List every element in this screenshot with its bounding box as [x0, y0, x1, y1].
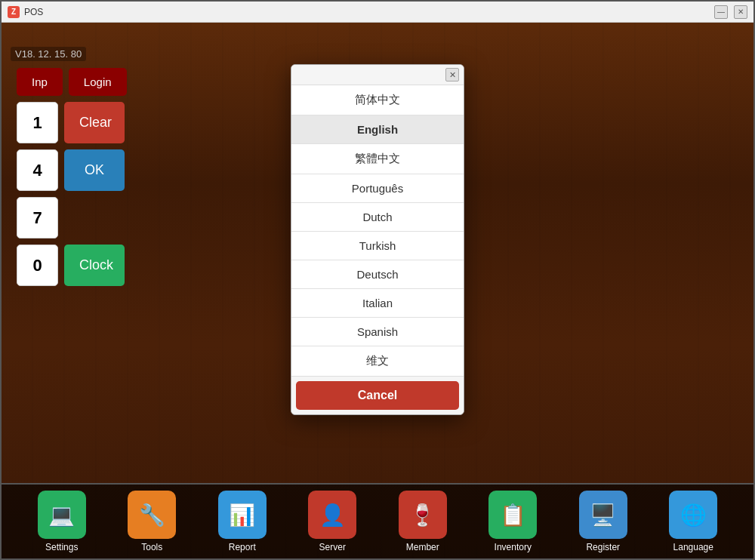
lang-deutsch[interactable]: Deutsch	[291, 260, 464, 289]
modal-overlay: ✕ 简体中文 English 繁體中文 Português Dutch Turk…	[2, 23, 753, 558]
lang-english[interactable]: English	[291, 115, 464, 144]
title-bar-left: Z POS	[8, 6, 43, 18]
close-button[interactable]: ✕	[734, 5, 747, 19]
language-list: 简体中文 English 繁體中文 Português Dutch Turkis…	[291, 85, 464, 376]
title-bar-controls: — ✕	[714, 5, 747, 19]
lang-spanish[interactable]: Spanish	[291, 318, 464, 346]
main-area: V18. 12. 15. 80 Inp Login 1 Clear 4 OK 7…	[2, 23, 753, 558]
app-icon: Z	[8, 6, 20, 18]
language-modal: ✕ 简体中文 English 繁體中文 Português Dutch Turk…	[291, 64, 464, 415]
window-title: POS	[24, 7, 43, 17]
cancel-button[interactable]: Cancel	[296, 381, 459, 410]
lang-traditional-chinese[interactable]: 繁體中文	[291, 144, 464, 174]
lang-italian[interactable]: Italian	[291, 289, 464, 318]
minimize-button[interactable]: —	[714, 5, 728, 19]
cancel-row: Cancel	[291, 376, 464, 414]
lang-portuguese[interactable]: Português	[291, 174, 464, 203]
lang-uyghur[interactable]: 维文	[291, 346, 464, 376]
lang-dutch[interactable]: Dutch	[291, 203, 464, 232]
lang-simplified-chinese[interactable]: 简体中文	[291, 85, 464, 115]
title-bar: Z POS — ✕	[2, 2, 753, 23]
modal-close-button[interactable]: ✕	[445, 68, 459, 82]
modal-close-bar: ✕	[291, 65, 464, 85]
window-chrome: Z POS — ✕ V18. 12. 15. 80 Inp Login 1 Cl…	[0, 0, 755, 560]
lang-turkish[interactable]: Turkish	[291, 232, 464, 260]
